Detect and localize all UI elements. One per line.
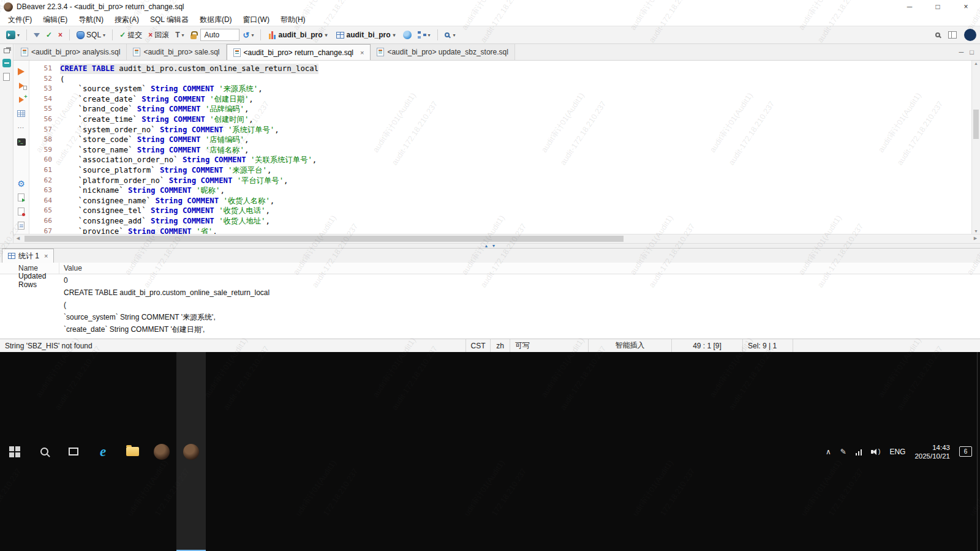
status-segment-0[interactable]: CST	[466, 339, 490, 352]
editor-settings-button[interactable]: ⚙	[16, 179, 27, 188]
scroll-up-icon[interactable]: ▲	[972, 61, 980, 66]
close-button[interactable]: ×	[952, 0, 980, 13]
editor-tab-3[interactable]: <audit_bi_pro> update_sbz_store.sql	[371, 44, 514, 60]
load-script-button[interactable]	[16, 193, 27, 202]
schema-combo[interactable]: audit_bi_pro ▾	[333, 29, 399, 41]
code-line-67[interactable]: 67 `province` String COMMENT '省',	[29, 227, 971, 234]
panel-sash[interactable]: ▲ ▼	[0, 243, 980, 248]
code-line-52[interactable]: 52(	[29, 74, 971, 84]
code-line-63[interactable]: 63 `nickname` String COMMENT '昵称',	[29, 186, 971, 196]
code-line-53[interactable]: 53 `source_system` String COMMENT '来源系统'…	[29, 84, 971, 94]
code-line-61[interactable]: 61 `source_platform` String COMMENT '来源平…	[29, 165, 971, 176]
sash-up-icon[interactable]: ▲	[484, 244, 489, 248]
close-tab-icon[interactable]: ×	[44, 252, 48, 260]
editor-tab-1[interactable]: <audit_bi_pro> sale.sql	[127, 44, 226, 60]
status-segment-5[interactable]: Sel: 9 | 1	[742, 339, 793, 352]
menu-item-7[interactable]: 帮助(H)	[275, 15, 311, 25]
status-segment-3[interactable]: 智能插入	[588, 339, 671, 352]
menu-item-5[interactable]: 数据库(D)	[194, 15, 238, 25]
stats-row-1[interactable]: CREATE TABLE audit_bi_pro.custom_online_…	[0, 287, 980, 299]
menu-item-2[interactable]: 导航(N)	[73, 15, 109, 25]
column-header-value[interactable]: Value	[59, 264, 82, 272]
task-view-button[interactable]	[59, 352, 88, 551]
status-segment-4[interactable]: 49 : 1 [9]	[671, 339, 742, 352]
dbeaver-account-icon[interactable]	[964, 29, 976, 41]
quick-search-button[interactable]	[933, 31, 944, 39]
transaction-mode-button[interactable]: T ▾	[173, 29, 186, 40]
horizontal-scrollbar[interactable]: ◄ ►	[13, 234, 980, 243]
er-diagram-button[interactable]: ▾	[415, 30, 433, 40]
show-desktop-button[interactable]	[977, 352, 980, 551]
execute-script-button[interactable]	[16, 81, 27, 90]
minimize-panel-button[interactable]: ─	[959, 48, 964, 56]
globe-button[interactable]	[401, 29, 414, 40]
save-script-button[interactable]	[16, 207, 27, 216]
autocommit-combo[interactable]: Auto	[200, 29, 239, 41]
close-tab-icon[interactable]: ×	[360, 49, 364, 56]
code-line-55[interactable]: 55 `brand_code` String COMMENT '品牌编码',	[29, 104, 971, 114]
vertical-scroll-thumb[interactable]	[973, 110, 979, 139]
stats-row-4[interactable]: `create_date` String COMMENT '创建日期',	[0, 323, 980, 335]
dbeaver-taskbar-button-active[interactable]	[176, 352, 206, 551]
explain-plan-button[interactable]	[16, 109, 27, 118]
code-line-51[interactable]: 51CREATE TABLE audit_bi_pro.custom_onlin…	[29, 64, 971, 74]
tab-statistics[interactable]: 统计 1 ×	[2, 249, 54, 263]
pen-icon[interactable]: ✎	[840, 448, 846, 456]
taskbar-search-button[interactable]	[29, 352, 59, 551]
code-line-66[interactable]: 66 `consignee_add` String COMMENT '收货人地址…	[29, 216, 971, 227]
restore-panel-icon[interactable]	[4, 48, 10, 53]
open-console-button[interactable]	[16, 137, 27, 146]
perspective-button[interactable]	[946, 30, 959, 40]
editor-tab-2[interactable]: <audit_bi_pro> return_change.sql×	[227, 44, 371, 60]
fetch-next-page-button[interactable]	[31, 29, 42, 42]
action-center-icon[interactable]: 6	[959, 446, 972, 457]
taskbar-clock[interactable]: 14:43 2025/10/21	[914, 443, 950, 460]
status-segment-2[interactable]: 可写	[510, 339, 588, 352]
file-explorer-button[interactable]	[118, 352, 147, 551]
sql-editor[interactable]: 51CREATE TABLE audit_bi_pro.custom_onlin…	[29, 61, 971, 234]
query-history-button[interactable]: ↺ ▾	[241, 29, 257, 41]
code-line-62[interactable]: 62 `platform_order_no` String COMMENT '平…	[29, 176, 971, 186]
menu-item-4[interactable]: SQL 编辑器	[145, 15, 194, 25]
commit-button[interactable]: ✓ 提交	[117, 29, 145, 42]
new-sql-console-button[interactable]: ▾	[4, 29, 22, 40]
code-line-56[interactable]: 56 `create_time` String COMMENT '创建时间',	[29, 114, 971, 125]
dbeaver-taskbar-button[interactable]	[147, 352, 176, 551]
code-line-58[interactable]: 58 `store_code` String COMMENT '店铺编码',	[29, 135, 971, 145]
execute-new-tab-button[interactable]: +	[16, 95, 27, 104]
rollback-button[interactable]: × 回滚	[146, 29, 172, 42]
code-line-59[interactable]: 59 `store_name` String COMMENT '店铺名称',	[29, 145, 971, 156]
internet-explorer-button[interactable]: e	[88, 352, 118, 551]
lock-indicator[interactable]	[188, 30, 199, 40]
code-line-54[interactable]: 54 `create_date` String COMMENT '创建日期',	[29, 94, 971, 105]
menu-item-0[interactable]: 文件(F)	[2, 15, 37, 25]
network-icon[interactable]	[856, 448, 862, 455]
sql-menu-button[interactable]: SQL ▾	[74, 29, 108, 40]
stats-row-3[interactable]: `source_system` String COMMENT '来源系统',	[0, 311, 980, 323]
search-menu-button[interactable]: ▾	[442, 31, 458, 39]
code-line-60[interactable]: 60 `association_order_no` String COMMENT…	[29, 155, 971, 165]
code-line-57[interactable]: 57 `system_order_no` String COMMENT '系统订…	[29, 125, 971, 135]
tray-chevron-up-icon[interactable]: ∧	[826, 448, 831, 456]
menu-item-3[interactable]: 搜索(A)	[109, 15, 145, 25]
maximize-panel-button[interactable]: □	[970, 48, 974, 56]
volume-icon[interactable]: )	[871, 448, 880, 455]
start-button[interactable]	[0, 352, 29, 551]
sash-down-icon[interactable]: ▼	[492, 244, 496, 248]
maximize-button[interactable]: □	[924, 0, 952, 13]
scroll-right-icon[interactable]: ►	[973, 235, 978, 241]
language-indicator[interactable]: ENG	[889, 448, 905, 456]
stats-row-2[interactable]: (	[0, 299, 980, 311]
scroll-left-icon[interactable]: ◄	[15, 235, 21, 241]
minimize-button[interactable]: ─	[895, 0, 924, 13]
projects-view-icon[interactable]	[3, 73, 10, 81]
more-actions-button[interactable]: ⋯	[16, 123, 27, 132]
status-segment-1[interactable]: zh	[490, 339, 510, 352]
commit-icon-button[interactable]: ✓	[43, 29, 55, 40]
code-line-65[interactable]: 65 `consignee_tel` String COMMENT '收货人电话…	[29, 206, 971, 216]
database-navigator-icon[interactable]	[2, 59, 11, 67]
code-line-64[interactable]: 64 `consignee_name` String COMMENT '收货人名…	[29, 196, 971, 206]
menu-item-1[interactable]: 编辑(E)	[37, 15, 73, 25]
horizontal-scroll-thumb[interactable]	[24, 236, 624, 242]
editor-tab-0[interactable]: <audit_bi_pro> analysis.sql	[15, 44, 127, 60]
